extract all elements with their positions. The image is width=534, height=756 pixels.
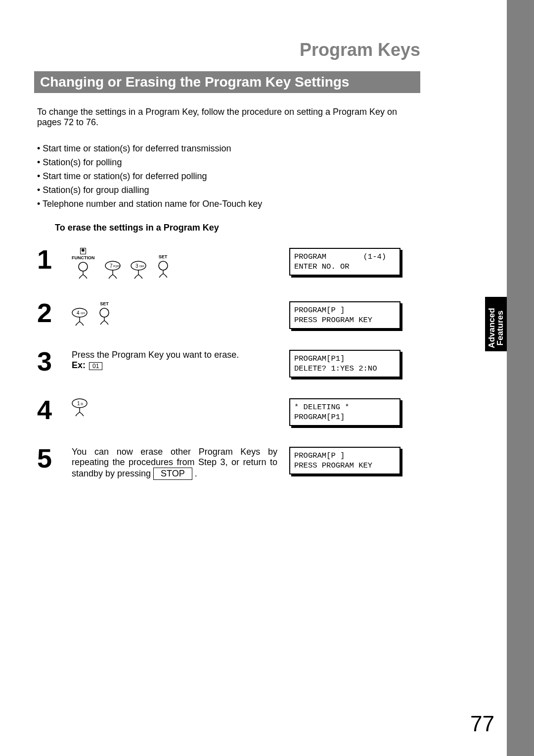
key-1-sub: @. (81, 402, 84, 405)
page-title: Program Keys (37, 40, 420, 60)
keypad-4-icon: 4GHI (72, 301, 88, 328)
svg-point-5 (100, 308, 109, 317)
keypad-3-icon: 3DEF (131, 248, 146, 281)
intro-text: To change the settings in a Program Key,… (37, 107, 420, 128)
step-number-4: 4 (37, 393, 72, 426)
tab-line2: Features (495, 311, 505, 346)
svg-point-0 (79, 262, 88, 271)
tab-label: Advanced Features (488, 301, 504, 355)
step-number-1: 1 (37, 243, 72, 281)
step-number-5: 5 (37, 442, 72, 480)
function-key-icon: ✱ FUNCTION (72, 248, 95, 279)
step-number-3: 3 (37, 345, 72, 378)
step5-period: . (195, 469, 197, 478)
step3-text: Press the Program Key you want to erase. (72, 350, 239, 360)
lcd-display-5: PROGRAM[P ] PRESS PROGRAM KEY (289, 447, 400, 474)
lcd-display-3: PROGRAM[P1] DELETE? 1:YES 2:NO (289, 350, 400, 378)
key-7-num: 7 (110, 263, 113, 269)
lcd-text: PROGRAM (1-4) ENTER NO. OR (289, 248, 400, 276)
stop-key: STOP (153, 468, 192, 480)
key-7-sub: PQRS (113, 265, 121, 268)
keypad-7-icon: 7PQRS (105, 248, 121, 281)
lcd-text: PROGRAM[P ] PRESS PROGRAM KEY (289, 447, 400, 474)
bullet-item: Start time or station(s) for deferred po… (43, 171, 207, 181)
lcd-text: * DELETING * PROGRAM[P1] (289, 398, 400, 426)
set-label: SET (159, 254, 168, 259)
side-margin (507, 0, 534, 756)
bullet-list: • Start time or station(s) for deferred … (37, 142, 420, 211)
key-1-num: 1 (77, 401, 80, 406)
keypad-1-icon: 1@. (72, 398, 88, 418)
ex-label: Ex: (72, 360, 86, 370)
lcd-text: PROGRAM[P1] DELETE? 1:YES 2:NO (289, 350, 400, 378)
step1-keys: ✱ FUNCTION 7PQRS 3DEF (72, 248, 277, 281)
key-4-sub: GHI (81, 312, 85, 315)
step2-keys: 4GHI SET (72, 301, 277, 328)
step-number-2: 2 (37, 296, 72, 329)
set-key-icon: SET (97, 301, 111, 325)
set-key-icon: SET (156, 248, 170, 278)
lcd-display-2: PROGRAM[P ] PRESS PROGRAM KEY (289, 301, 400, 329)
page-number: 77 (470, 711, 494, 736)
bullet-item: Start time or station(s) for deferred tr… (43, 143, 231, 153)
section-tab: Advanced Features (485, 297, 507, 351)
ex-value: 01 (89, 362, 102, 370)
lcd-display-4: * DELETING * PROGRAM[P1] (289, 398, 400, 426)
key-4-num: 4 (77, 310, 80, 316)
sub-heading: To erase the settings in a Program Key (55, 223, 420, 233)
bullet-item: Telephone number and station name for On… (43, 199, 262, 209)
lcd-display-1: PROGRAM (1-4) ENTER NO. OR (289, 248, 400, 276)
key-3-num: 3 (135, 263, 138, 269)
svg-point-3 (159, 261, 168, 270)
section-heading: Changing or Erasing the Program Key Sett… (34, 71, 420, 93)
set-label: SET (100, 301, 109, 306)
star-icon: ✱ (80, 248, 86, 254)
function-label: FUNCTION (72, 255, 95, 260)
bullet-item: Station(s) for group dialling (43, 185, 149, 195)
lcd-text: PROGRAM[P ] PRESS PROGRAM KEY (289, 301, 400, 329)
key-3-sub: DEF (139, 265, 144, 268)
bullet-item: Station(s) for polling (43, 157, 122, 167)
step4-keys: 1@. (72, 398, 277, 418)
manual-page: Advanced Features Program Keys Changing … (0, 0, 534, 756)
